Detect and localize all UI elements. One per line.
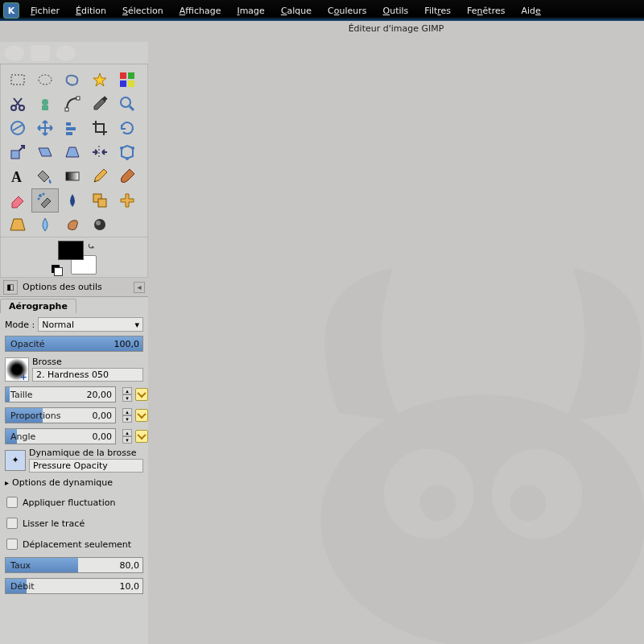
angle-spinner[interactable]: ▴▾ <box>122 429 132 444</box>
svg-point-20 <box>131 147 134 150</box>
tool-blur[interactable] <box>31 213 59 237</box>
tool-paintbrush[interactable] <box>114 164 141 188</box>
size-spinner[interactable]: ▴▾ <box>122 387 132 402</box>
tool-crop[interactable] <box>86 116 114 140</box>
svg-rect-16 <box>66 127 76 130</box>
panel-tab-label: Options des outils <box>23 282 102 292</box>
tool-foreground-select[interactable] <box>31 92 59 116</box>
canvas-area[interactable]: Éditeur d'image GIMP <box>148 21 644 644</box>
tool-clone[interactable] <box>86 188 114 213</box>
tool-by-color-select[interactable] <box>114 68 141 92</box>
foreground-color[interactable] <box>58 241 84 260</box>
kde-logo[interactable]: K <box>3 2 19 19</box>
tool-text[interactable]: A <box>4 164 31 188</box>
tool-pencil[interactable] <box>86 164 114 188</box>
menu-filtres[interactable]: Filtres <box>416 3 459 19</box>
opacity-slider[interactable]: Opacité 100,0 <box>5 336 143 352</box>
tool-perspective[interactable] <box>59 140 86 164</box>
dynamics-label: Dynamique de la brosse <box>29 448 143 458</box>
chevron-right-icon: ▸ <box>5 478 9 487</box>
tool-name-tab: Aérographe <box>0 299 76 313</box>
tool-grid: A <box>0 64 148 237</box>
svg-point-31 <box>320 394 644 644</box>
tool-scissors[interactable] <box>4 92 31 116</box>
tool-paths[interactable] <box>59 92 86 116</box>
tool-rect-select[interactable] <box>4 68 31 92</box>
brush-select[interactable]: 2. Hardness 050 <box>32 368 143 382</box>
svg-point-1 <box>39 75 52 85</box>
menubar: K FichierÉditionSélectionAffichageImageC… <box>0 0 644 21</box>
tool-move[interactable] <box>31 116 59 140</box>
motion-only-label: Déplacement seulement <box>23 539 131 550</box>
tool-scale[interactable] <box>4 140 31 164</box>
tool-smudge[interactable] <box>59 213 86 237</box>
tool-cage[interactable] <box>114 140 141 164</box>
svg-point-30 <box>96 221 101 225</box>
ratio-reset[interactable] <box>135 409 148 422</box>
panel-menu-icon[interactable]: ◂ <box>134 282 145 293</box>
svg-rect-11 <box>76 97 80 100</box>
mode-select[interactable]: Normal ▾ <box>38 317 143 332</box>
tool-free-select[interactable] <box>59 68 86 92</box>
tool-ink[interactable] <box>59 188 86 213</box>
menu-edition[interactable]: Édition <box>68 3 114 19</box>
smooth-checkbox[interactable] <box>6 518 18 529</box>
ratio-slider[interactable]: Proportions 0,00 <box>5 407 116 423</box>
svg-point-19 <box>120 147 123 150</box>
workspace: A ⤿ ◧ Options des outils ◂ Aérographe Mo… <box>0 21 644 644</box>
menu-fichier[interactable]: Fichier <box>23 3 68 19</box>
tool-options-tab: ◧ Options des outils ◂ <box>0 278 148 297</box>
dynamics-options-expander[interactable]: ▸ Options de dynamique <box>0 474 148 491</box>
svg-rect-4 <box>120 80 126 87</box>
tool-shear[interactable] <box>31 140 59 164</box>
flow-slider[interactable]: Débit 10,0 <box>5 578 143 594</box>
dynamics-editor-button[interactable]: ✦ <box>5 450 26 471</box>
tool-airbrush[interactable] <box>31 188 59 213</box>
reset-colors-icon[interactable] <box>52 265 60 273</box>
menu-affichage[interactable]: Affichage <box>171 3 229 19</box>
brush-preview[interactable] <box>5 357 29 382</box>
svg-point-34 <box>420 485 456 521</box>
tool-rotate[interactable] <box>114 116 141 140</box>
tool-heal[interactable] <box>114 188 141 213</box>
angle-reset[interactable] <box>135 430 148 443</box>
menu-selection[interactable]: Sélection <box>114 3 171 19</box>
size-slider[interactable]: Taille 20,00 <box>5 386 116 402</box>
menu-couleurs[interactable]: Couleurs <box>320 3 374 19</box>
menu-calque[interactable]: Calque <box>273 3 320 19</box>
angle-slider[interactable]: Angle 0,00 <box>5 428 116 444</box>
tool-align[interactable] <box>59 116 86 140</box>
color-swatch: ⤿ <box>0 237 148 278</box>
tool-options-icon[interactable]: ◧ <box>3 280 18 295</box>
svg-rect-15 <box>66 122 71 126</box>
tool-fuzzy-select[interactable] <box>86 68 114 92</box>
tool-perspective-clone[interactable] <box>4 213 31 237</box>
dynamics-select[interactable]: Pressure Opacity <box>29 459 143 473</box>
jitter-label: Appliquer fluctuation <box>23 497 115 508</box>
tool-flip[interactable] <box>86 140 114 164</box>
svg-point-26 <box>38 198 40 200</box>
menu-outils[interactable]: Outils <box>375 3 417 19</box>
tool-zoom[interactable] <box>114 92 141 116</box>
swap-colors-icon[interactable]: ⤿ <box>87 241 95 252</box>
tool-dodge-burn[interactable] <box>86 213 114 237</box>
tool-measure[interactable] <box>4 116 31 140</box>
tool-bucket-fill[interactable] <box>31 164 59 188</box>
ratio-spinner[interactable]: ▴▾ <box>122 408 132 423</box>
rate-slider[interactable]: Taux 80,0 <box>5 557 143 573</box>
jitter-checkbox[interactable] <box>6 497 18 508</box>
motion-only-checkbox[interactable] <box>6 539 18 550</box>
tool-color-picker[interactable] <box>86 92 114 116</box>
smooth-label: Lisser le tracé <box>23 518 85 529</box>
size-reset[interactable] <box>135 388 148 401</box>
svg-rect-23 <box>66 172 79 180</box>
toolbox-sidebar: A ⤿ ◧ Options des outils ◂ Aérographe Mo… <box>0 21 148 644</box>
svg-point-25 <box>43 193 45 196</box>
tool-eraser[interactable] <box>4 188 31 213</box>
svg-point-35 <box>510 485 547 521</box>
menu-image[interactable]: Image <box>229 3 272 19</box>
menu-fenetres[interactable]: Fenêtres <box>459 3 513 19</box>
tool-ellipse-select[interactable] <box>31 68 59 92</box>
tool-blend[interactable] <box>59 164 86 188</box>
menu-aide[interactable]: Aide <box>513 3 548 19</box>
